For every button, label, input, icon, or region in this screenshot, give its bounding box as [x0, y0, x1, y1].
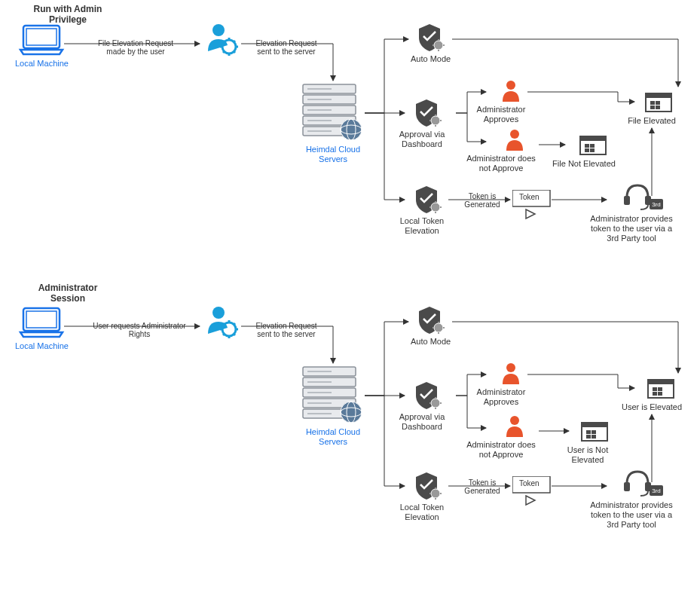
approval-dashboard-1: Approval via Dashboard [407, 98, 448, 149]
admin-icon [503, 128, 526, 152]
admin-not-approve-label-1: Administrator does not Approve [463, 154, 539, 173]
window-icon [644, 89, 674, 115]
shield-gear-icon [413, 185, 443, 215]
user-not-elevated-label-2: User is Not Elevated [558, 445, 618, 465]
local-token-2: Local Token Elevation [407, 471, 448, 522]
local-machine-2: Local Machine [15, 305, 69, 351]
local-machine-label-1: Local Machine [15, 59, 69, 69]
user-not-elevated-2: User is Not Elevated [573, 418, 618, 465]
approval-dashboard-2: Approval via Dashboard [407, 381, 448, 432]
local-machine-label-2: Local Machine [15, 341, 69, 351]
cloud-servers-label-2: Heimdal Cloud Servers [301, 427, 365, 447]
local-token-1: Local Token Elevation [407, 185, 448, 236]
admin-icon [503, 414, 526, 439]
admin-not-approve-2: Administrator does not Approve [490, 414, 539, 460]
admin-approves-label-1: Administrator Approves [471, 105, 531, 124]
file-elevated-label-1: File Elevated [622, 116, 682, 126]
auto-mode-label-1: Auto Mode [411, 54, 451, 64]
file-elevated-1: File Elevated [637, 89, 682, 126]
admin-approves-2: Administrator Approves [490, 362, 531, 407]
admin-icon [500, 362, 522, 386]
admin-not-approve-label-2: Administrator does not Approve [463, 440, 539, 460]
shield-gear-icon [416, 23, 446, 53]
window-icon [580, 418, 610, 444]
admin-approves-1: Administrator Approves [490, 79, 531, 124]
file-not-elevated-label-1: File Not Elevated [550, 159, 618, 169]
admin-approves-label-2: Administrator Approves [471, 387, 531, 407]
admin-icon [500, 79, 522, 103]
auto-mode-label-2: Auto Mode [411, 337, 451, 347]
token-text-1: Token [518, 193, 541, 201]
diagram2-title: Administrator Session [26, 283, 109, 304]
approval-dashboard-label-1: Approval via Dashboard [396, 130, 448, 149]
auto-mode-2: Auto Mode [411, 305, 451, 347]
server-icon [301, 365, 365, 426]
diagram1-title: Run with Admin Privilege [26, 4, 109, 25]
file-not-elevated-1: File Not Elevated [569, 132, 618, 169]
token-text-2: Token [518, 479, 541, 487]
shield-gear-icon [416, 305, 446, 335]
shield-gear-icon [413, 381, 443, 411]
cloud-servers-2: Heimdal Cloud Servers [301, 365, 365, 447]
laptop-icon [17, 305, 66, 340]
window-icon [647, 375, 677, 401]
user-elevated-2: User is Elevated [637, 375, 686, 412]
user-elevated-label-2: User is Elevated [618, 402, 686, 412]
server-icon [301, 83, 365, 143]
user-gear-icon [203, 23, 240, 57]
headset-1: Administrator provides token to the user… [609, 181, 677, 244]
user-gear-2 [203, 305, 240, 341]
cloud-servers-label-1: Heimdal Cloud Servers [301, 145, 365, 164]
admin-provides-label-1: Administrator provides token to the user… [586, 214, 677, 244]
admin-provides-label-2: Administrator provides token to the user… [586, 500, 677, 530]
edge-elevation-sent-2: Elevation Request sent to the server [249, 322, 324, 338]
user-gear-icon [203, 305, 240, 340]
window-icon [579, 132, 609, 157]
headset-2: Administrator provides token to the user… [609, 467, 677, 530]
local-machine-1: Local Machine [15, 23, 69, 69]
shield-gear-icon [413, 471, 443, 501]
token-generated-label-1: Token is Generated [460, 192, 505, 209]
headset-icon [621, 181, 665, 212]
token-generated-label-2: Token is Generated [460, 478, 505, 495]
approval-dashboard-label-2: Approval via Dashboard [396, 412, 448, 432]
admin-not-approve-1: Administrator does not Approve [490, 128, 539, 173]
cloud-servers-1: Heimdal Cloud Servers [301, 83, 365, 164]
edge-user-requests: User requests Administrator Rights [90, 322, 188, 338]
laptop-icon [17, 23, 66, 57]
shield-gear-icon [413, 98, 443, 128]
local-token-label-1: Local Token Elevation [396, 216, 448, 236]
user-gear-1 [203, 23, 240, 59]
local-token-label-2: Local Token Elevation [396, 503, 448, 522]
auto-mode-1: Auto Mode [411, 23, 451, 64]
edge-file-request: File Elevation Request made by the user [90, 39, 181, 56]
edge-elevation-sent-1: Elevation Request sent to the server [249, 39, 324, 56]
headset-icon [621, 467, 665, 499]
